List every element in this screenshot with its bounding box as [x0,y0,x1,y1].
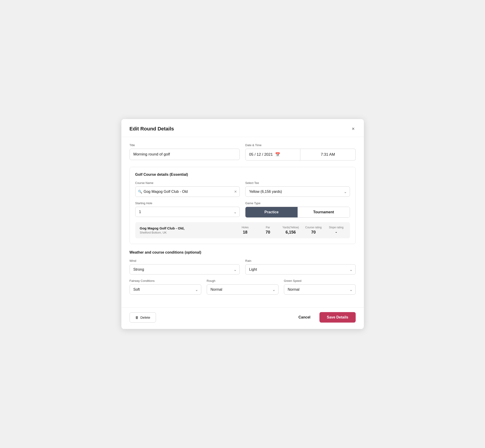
course-name-input[interactable] [135,186,240,197]
yards-value: 6,156 [282,230,300,235]
fairway-group: Fairway Conditions Soft Normal Hard ⌄ [129,279,201,295]
wind-select-wrap: Calm Light Moderate Strong Very Strong ⌄ [129,264,240,274]
course-name-input-wrap: 🔍 ✕ [135,186,240,197]
modal-header: Edit Round Details × [121,119,364,137]
weather-title: Weather and course conditions (optional) [129,250,356,255]
title-field-group: Title [129,144,240,160]
select-tee-dropdown[interactable]: Yellow (6,156 yards) [245,186,350,197]
fairway-label: Fairway Conditions [129,279,201,282]
course-tee-row: Course Name 🔍 ✕ Select Tee Yellow (6,156… [135,181,350,197]
date-time-group: Date & Time 05 / 12 / 2021 📅 7:31 AM [245,144,356,160]
rough-select-wrap: Short Normal Long ⌄ [207,284,278,295]
delete-label: Delete [140,315,150,319]
date-value: 05 / 12 / 2021 [249,152,273,157]
clear-icon[interactable]: ✕ [234,190,237,194]
top-row: Title Date & Time 05 / 12 / 2021 📅 7:31 … [129,144,356,160]
course-info-row: Gog Magog Golf Club - Old, Shelford Bott… [135,222,350,238]
rain-label: Rain [245,259,356,263]
edit-round-modal: Edit Round Details × Title Date & Time 0… [121,119,364,329]
par-value: 70 [259,230,277,235]
footer-right: Cancel Save Details [295,312,356,323]
modal-footer: 🗑 Delete Cancel Save Details [121,307,364,329]
starting-hole-wrap: 1 2 10 ⌄ [135,207,240,217]
rough-dropdown[interactable]: Short Normal Long [207,284,278,295]
rain-group: Rain None Light Moderate Heavy ⌄ [245,259,356,274]
close-button[interactable]: × [351,125,356,132]
modal-title: Edit Round Details [129,126,174,132]
green-speed-group: Green Speed Slow Normal Fast ⌄ [284,279,356,295]
game-type-group: Game Type Practice Tournament [245,201,350,218]
slope-rating-value: - [327,230,345,235]
green-speed-select-wrap: Slow Normal Fast ⌄ [284,284,356,295]
course-info-location: Shelford Bottom, UK [140,231,232,234]
holes-label: Holes [236,226,254,229]
course-name-group: Course Name 🔍 ✕ [135,181,240,197]
fairway-dropdown[interactable]: Soft Normal Hard [129,284,201,295]
slope-rating-stat: Slope rating - [327,226,345,235]
course-rating-label: Course rating [304,226,323,229]
time-value: 7:31 AM [321,152,335,157]
date-time-label: Date & Time [245,144,356,147]
select-tee-wrap: Yellow (6,156 yards) ⌄ [245,186,350,197]
title-label: Title [129,144,240,147]
course-name-info: Gog Magog Golf Club - Old, Shelford Bott… [140,226,232,234]
wind-dropdown[interactable]: Calm Light Moderate Strong Very Strong [129,264,240,274]
save-button[interactable]: Save Details [319,312,356,323]
starting-hole-group: Starting Hole 1 2 10 ⌄ [135,201,240,218]
par-label: Par [259,226,277,229]
tournament-button[interactable]: Tournament [298,207,350,217]
course-rating-stat: Course rating 70 [304,226,323,235]
starting-hole-dropdown[interactable]: 1 2 10 [135,207,240,217]
trash-icon: 🗑 [135,315,139,319]
rain-dropdown[interactable]: None Light Moderate Heavy [245,264,356,274]
select-tee-label: Select Tee [245,181,350,185]
date-time-inputs: 05 / 12 / 2021 📅 7:31 AM [245,149,356,160]
holes-stat: Holes 18 [236,226,254,235]
cancel-button[interactable]: Cancel [295,313,314,322]
course-name-label: Course Name [135,181,240,185]
modal-body: Title Date & Time 05 / 12 / 2021 📅 7:31 … [121,137,364,307]
slope-rating-label: Slope rating [327,226,345,229]
starting-hole-label: Starting Hole [135,201,240,205]
date-field[interactable]: 05 / 12 / 2021 📅 [245,149,300,160]
title-input[interactable] [129,149,240,160]
hole-game-row: Starting Hole 1 2 10 ⌄ Game Type Pract [135,201,350,218]
wind-rain-row: Wind Calm Light Moderate Strong Very Str… [129,259,356,274]
wind-group: Wind Calm Light Moderate Strong Very Str… [129,259,240,274]
weather-section: Weather and course conditions (optional)… [129,250,356,295]
calendar-icon: 📅 [275,152,280,157]
delete-button[interactable]: 🗑 Delete [129,312,156,323]
fairway-select-wrap: Soft Normal Hard ⌄ [129,284,201,295]
green-speed-dropdown[interactable]: Slow Normal Fast [284,284,356,295]
select-tee-group: Select Tee Yellow (6,156 yards) ⌄ [245,181,350,197]
time-field[interactable]: 7:31 AM [300,149,356,160]
practice-button[interactable]: Practice [245,207,298,217]
conditions-row: Fairway Conditions Soft Normal Hard ⌄ Ro… [129,279,356,295]
par-stat: Par 70 [259,226,277,235]
golf-course-section-title: Golf Course details (Essential) [135,173,350,177]
golf-course-section: Golf Course details (Essential) Course N… [129,167,356,244]
course-rating-value: 70 [304,230,323,235]
wind-label: Wind [129,259,240,263]
yards-stat: Yards(Yellow) 6,156 [282,226,300,235]
game-type-label: Game Type [245,201,350,205]
holes-value: 18 [236,230,254,235]
rough-group: Rough Short Normal Long ⌄ [207,279,278,295]
yards-label: Yards(Yellow) [282,226,300,229]
rain-select-wrap: None Light Moderate Heavy ⌄ [245,264,356,274]
rough-label: Rough [207,279,278,282]
course-info-name: Gog Magog Golf Club - Old, [140,226,232,230]
search-icon: 🔍 [138,190,142,194]
green-speed-label: Green Speed [284,279,356,282]
game-type-toggle: Practice Tournament [245,207,350,218]
